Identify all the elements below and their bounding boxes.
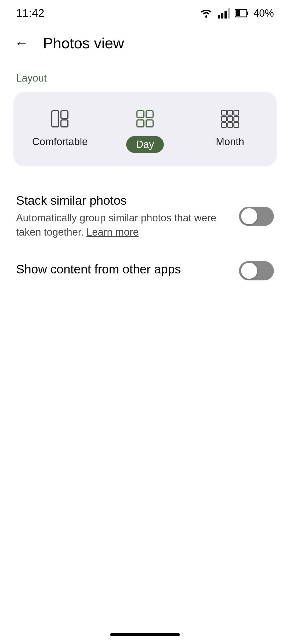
svg-rect-8 [52,111,59,127]
wifi-icon [199,8,213,19]
svg-rect-17 [234,110,239,115]
page-title: Photos view [43,34,124,52]
comfortable-label: Comfortable [32,136,88,148]
svg-rect-11 [137,111,144,118]
svg-rect-4 [228,8,230,19]
stack-similar-row: Stack similar photos Automatically group… [13,182,277,250]
month-icon [219,108,241,130]
stack-similar-content: Stack similar photos Automatically group… [16,193,274,239]
show-content-toggle-knob [241,263,257,279]
stack-similar-toggle[interactable] [239,207,274,226]
svg-rect-1 [218,15,220,19]
layout-option-comfortable[interactable]: Comfortable [19,97,101,161]
learn-more-link[interactable]: Learn more [86,226,139,238]
show-content-row: Show content from other apps [13,250,277,291]
stack-similar-desc: Automatically group similar photos that … [16,211,228,239]
svg-rect-13 [137,120,144,127]
home-indicator [110,633,180,636]
month-label: Month [216,136,244,148]
layout-option-month[interactable]: Month [189,97,271,161]
svg-rect-2 [221,13,223,19]
svg-rect-15 [222,110,226,115]
svg-point-0 [205,16,207,18]
layout-section-label: Layout [13,72,277,84]
stack-similar-toggle-knob [241,208,257,224]
comfortable-icon [49,108,71,130]
stack-similar-title: Stack similar photos [16,193,228,208]
layout-options-container: Comfortable Day [13,92,277,166]
day-label: Day [126,136,164,153]
layout-option-day[interactable]: Day [104,97,186,161]
show-content-text: Show content from other apps [16,262,228,280]
month-label-wrap: Month [216,136,244,148]
signal-icon [218,8,230,19]
svg-rect-9 [61,111,68,118]
header: ← Photos view [0,24,290,62]
day-label-wrap: Day [126,136,164,153]
day-icon [134,108,156,130]
svg-rect-19 [228,116,233,121]
svg-rect-6 [247,12,248,15]
svg-rect-20 [234,116,239,121]
svg-rect-16 [228,110,233,115]
stack-similar-text: Stack similar photos Automatically group… [16,193,228,239]
show-content-title: Show content from other apps [16,262,228,276]
layout-section: Layout Comfortable [13,72,277,166]
svg-rect-21 [222,123,226,127]
svg-rect-22 [228,123,233,127]
svg-rect-18 [222,116,226,121]
show-content-content: Show content from other apps [16,261,274,280]
svg-rect-3 [224,11,227,19]
status-bar: 11:42 40% [0,0,290,24]
comfortable-label-wrap: Comfortable [32,136,88,148]
battery-text: 40% [253,8,274,19]
battery-icon [235,8,249,18]
show-content-toggle[interactable] [239,261,274,280]
svg-rect-10 [61,120,68,127]
status-time: 11:42 [16,7,44,20]
back-button[interactable]: ← [11,32,32,54]
svg-rect-12 [146,111,153,118]
svg-rect-14 [146,120,153,127]
status-icons: 40% [199,8,274,19]
back-arrow-icon: ← [15,35,28,51]
svg-rect-7 [236,10,240,16]
content: Layout Comfortable [0,62,290,302]
svg-rect-23 [234,123,239,127]
